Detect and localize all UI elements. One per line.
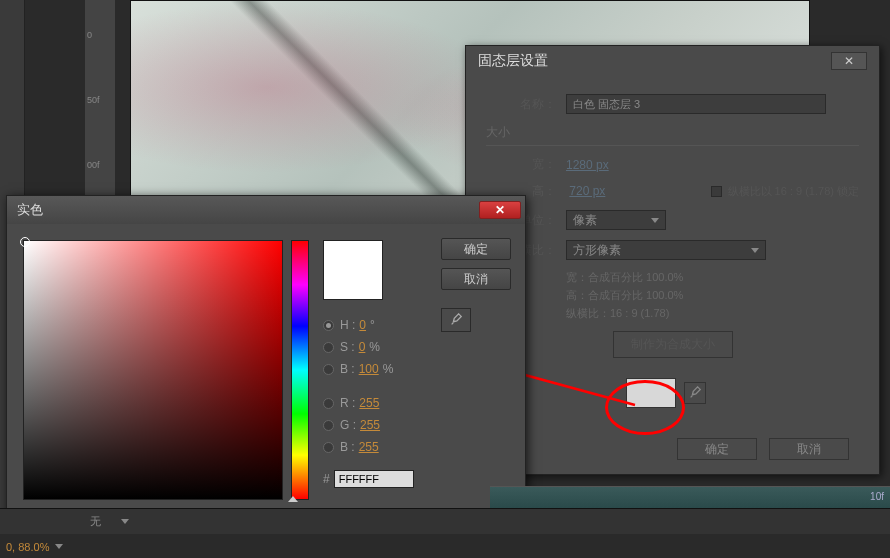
color-preview — [323, 240, 383, 300]
name-label: 名称： — [486, 96, 556, 113]
r-radio[interactable] — [323, 398, 334, 409]
cancel-button[interactable]: 取消 — [769, 438, 849, 460]
chevron-down-icon — [751, 248, 759, 253]
vertical-ruler: 0 50f 00f — [85, 0, 115, 200]
r-label: R : — [340, 396, 355, 410]
s-value[interactable]: 0 — [359, 340, 366, 354]
color-picker-title: 实色 — [17, 201, 43, 219]
unit-select[interactable]: 像素 — [566, 210, 666, 230]
solid-dialog-titlebar[interactable]: 固态层设置 ✕ — [466, 46, 879, 76]
cancel-button[interactable]: 取消 — [441, 268, 511, 290]
timeline-panel[interactable]: 无 0, 88.0% — [0, 508, 890, 558]
close-icon[interactable]: ✕ — [831, 52, 867, 70]
close-icon[interactable]: ✕ — [479, 201, 521, 219]
eyedropper-icon[interactable] — [441, 308, 471, 332]
g-label: G : — [340, 418, 356, 432]
saturation-value-field[interactable] — [23, 240, 283, 500]
hex-input[interactable] — [334, 470, 414, 488]
sv-cursor-icon — [20, 237, 30, 247]
ok-button[interactable]: 确定 — [441, 238, 511, 260]
width-value[interactable]: 1280 px — [566, 158, 609, 172]
b-label: B : — [340, 362, 355, 376]
solid-dialog-title: 固态层设置 — [478, 52, 548, 70]
bb-value[interactable]: 255 — [359, 440, 379, 454]
width-label: 宽： — [486, 156, 556, 173]
color-swatch[interactable] — [626, 378, 676, 408]
h-radio[interactable] — [323, 320, 334, 331]
g-value[interactable]: 255 — [360, 418, 380, 432]
eyedropper-icon[interactable] — [684, 382, 706, 404]
b-value[interactable]: 100 — [359, 362, 379, 376]
chevron-down-icon — [651, 218, 659, 223]
chevron-down-icon — [121, 519, 129, 524]
lock-aspect-label: 纵横比以 16 : 9 (1.78) 锁定 — [728, 184, 859, 199]
chevron-down-icon — [55, 544, 63, 549]
s-radio[interactable] — [323, 342, 334, 353]
bb-label: B : — [340, 440, 355, 454]
h-value[interactable]: 0 — [359, 318, 366, 332]
zoom-level[interactable]: 0, 88.0% — [6, 541, 49, 553]
color-picker-titlebar[interactable]: 实色 ✕ — [7, 196, 525, 224]
lock-aspect-checkbox[interactable] — [711, 186, 722, 197]
hue-slider-handle[interactable] — [288, 496, 298, 502]
h-label: H : — [340, 318, 355, 332]
hue-slider[interactable] — [291, 240, 309, 500]
time-ruler[interactable]: 10f — [490, 486, 890, 508]
color-picker-dialog: 实色 ✕ H : 0 ° S : 0 % B : — [6, 195, 526, 520]
info-width: 宽：合成百分比 100.0% — [566, 270, 859, 285]
solid-settings-dialog: 固态层设置 ✕ 名称： 大小 宽： 1280 px 高： 720 px 纵横比以… — [465, 45, 880, 475]
r-value[interactable]: 255 — [359, 396, 379, 410]
bb-radio[interactable] — [323, 442, 334, 453]
size-group-label: 大小 — [486, 124, 859, 146]
info-height: 高：合成百分比 100.0% — [566, 288, 859, 303]
pixel-aspect-select[interactable]: 方形像素 — [566, 240, 766, 260]
info-ratio: 纵横比：16 : 9 (1.78) — [566, 306, 859, 321]
solid-name-input[interactable] — [566, 94, 826, 114]
ok-button[interactable]: 确定 — [677, 438, 757, 460]
g-radio[interactable] — [323, 420, 334, 431]
make-comp-size-button[interactable]: 制作为合成大小 — [613, 331, 733, 358]
height-value[interactable]: 720 px — [569, 184, 605, 198]
b-radio[interactable] — [323, 364, 334, 375]
hash-label: # — [323, 472, 330, 486]
timeline-dropdown[interactable]: 无 — [90, 514, 101, 529]
s-label: S : — [340, 340, 355, 354]
